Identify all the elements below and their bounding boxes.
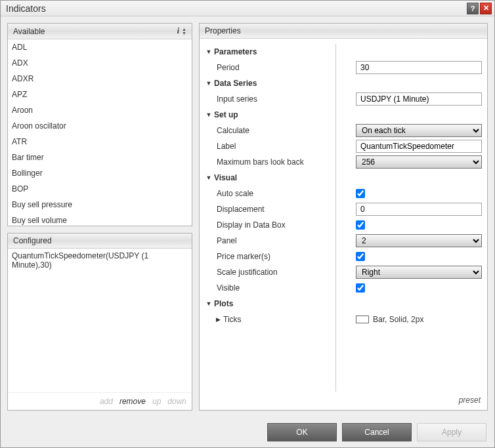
visible-checkbox[interactable] — [356, 283, 365, 293]
input-series-input[interactable] — [356, 92, 482, 106]
properties-header: Properties — [205, 26, 241, 35]
list-item[interactable]: ATR — [8, 134, 192, 150]
calculate-label: Calculate — [217, 126, 249, 135]
list-item[interactable]: Bollinger — [8, 165, 192, 181]
period-input[interactable] — [356, 61, 482, 74]
scale-just-select[interactable]: Right — [356, 266, 482, 279]
section-visual: Visual — [214, 173, 237, 182]
list-item[interactable]: Aroon oscillator — [8, 118, 192, 134]
down-action[interactable]: down — [167, 397, 186, 406]
dialog-buttons: OK Cancel Apply — [1, 417, 494, 447]
remove-action[interactable]: remove — [119, 397, 146, 406]
help-button[interactable]: ? — [467, 3, 479, 14]
list-item[interactable]: Buy sell volume — [8, 213, 192, 226]
list-item[interactable]: APZ — [8, 87, 192, 102]
chevron-down-icon[interactable]: ▼ — [205, 80, 213, 87]
input-series-label: Input series — [217, 94, 257, 104]
window-title: Indicators — [6, 3, 46, 14]
price-marker-checkbox[interactable] — [356, 252, 365, 261]
preset-link[interactable]: preset — [459, 396, 481, 405]
chevron-down-icon[interactable]: ▼ — [205, 300, 213, 307]
price-marker-label: Price marker(s) — [217, 252, 270, 261]
displacement-label: Displacement — [217, 205, 265, 214]
ticks-desc: Bar, Solid, 2px — [373, 315, 423, 324]
section-parameters: Parameters — [214, 47, 257, 56]
max-bars-select[interactable]: 256 — [356, 155, 482, 169]
list-item[interactable]: Buy sell pressure — [8, 197, 192, 213]
displacement-input[interactable] — [356, 203, 482, 216]
configured-header: Configured — [13, 236, 52, 245]
chevron-down-icon[interactable]: ▼ — [205, 112, 213, 118]
list-item[interactable]: ADX — [8, 55, 192, 71]
indicators-dialog: Indicators ? ✕ Available i ▲▼ ADLADXA — [0, 0, 495, 448]
list-item[interactable]: Bar timer — [8, 150, 192, 165]
list-item[interactable]: ADXR — [8, 71, 192, 87]
configured-panel: Configured QuantumTickSpeedometer(USDJPY… — [7, 233, 192, 411]
add-action[interactable]: add — [100, 397, 113, 406]
scale-just-label: Scale justification — [217, 268, 278, 277]
section-setup: Set up — [214, 110, 238, 119]
section-data-series: Data Series — [214, 79, 257, 88]
close-button[interactable]: ✕ — [480, 3, 492, 14]
ticks-label: Ticks — [223, 315, 242, 324]
label-label: Label — [217, 142, 236, 151]
sort-spinner[interactable]: ▲▼ — [182, 28, 186, 35]
properties-panel: Properties ▼Parameters Period ▼Data Seri… — [199, 23, 488, 411]
apply-button[interactable]: Apply — [417, 423, 486, 441]
chevron-down-icon[interactable]: ▼ — [205, 174, 213, 181]
list-item[interactable]: Aroon — [8, 102, 192, 118]
titlebar: Indicators ? ✕ — [1, 1, 494, 16]
cancel-button[interactable]: Cancel — [342, 423, 412, 441]
configured-list[interactable]: QuantumTickSpeedometer(USDJPY (1 Minute)… — [8, 249, 192, 272]
list-item[interactable]: BOP — [8, 181, 192, 197]
max-bars-label: Maximum bars look back — [217, 157, 304, 167]
panel-select[interactable]: 2 — [356, 234, 482, 247]
label-input[interactable] — [356, 140, 482, 153]
ok-button[interactable]: OK — [267, 423, 337, 441]
display-db-checkbox[interactable] — [356, 220, 365, 230]
chevron-down-icon[interactable]: ▼ — [205, 49, 213, 55]
calculate-select[interactable]: On each tick — [356, 124, 482, 137]
section-plots: Plots — [214, 299, 233, 308]
visible-label: Visible — [217, 283, 240, 293]
chevron-right-icon[interactable]: ▶ — [214, 316, 222, 323]
up-action[interactable]: up — [152, 397, 161, 406]
list-item[interactable]: ADL — [8, 39, 192, 55]
auto-scale-checkbox[interactable] — [356, 189, 365, 198]
available-header: Available — [13, 27, 45, 36]
plot-color-swatch[interactable] — [356, 316, 369, 323]
configured-actions: add remove up down — [8, 392, 192, 410]
auto-scale-label: Auto scale — [217, 189, 253, 198]
info-icon[interactable]: i — [177, 26, 179, 36]
period-label: Period — [217, 63, 240, 72]
panel-label: Panel — [217, 236, 237, 245]
available-list[interactable]: ADLADXADXRAPZAroonAroon oscillatorATRBar… — [8, 39, 192, 226]
display-db-label: Display in Data Box — [217, 220, 286, 230]
list-item[interactable]: QuantumTickSpeedometer(USDJPY (1 Minute)… — [8, 249, 192, 272]
available-panel: Available i ▲▼ ADLADXADXRAPZAroonAroon o… — [7, 23, 192, 226]
